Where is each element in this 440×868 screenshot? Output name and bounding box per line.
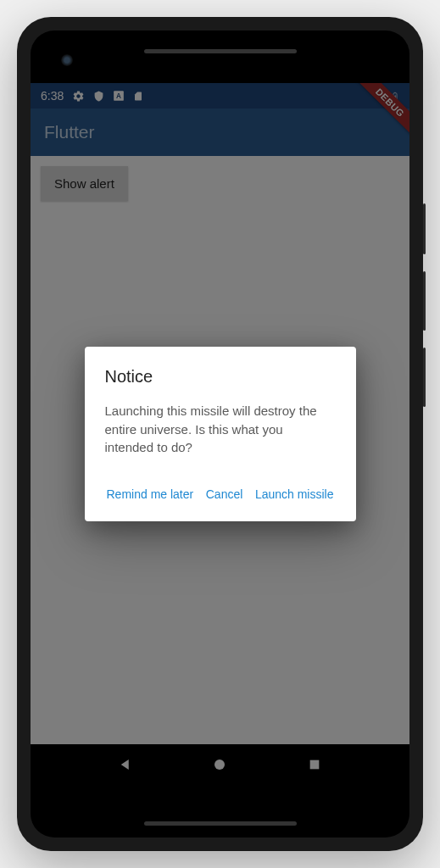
speaker-bottom: [144, 821, 297, 826]
screen: 6:38 A: [31, 83, 409, 785]
power-button: [423, 203, 426, 254]
dialog-title: Notice: [105, 367, 336, 387]
phone-frame: 6:38 A: [17, 17, 423, 851]
launch-missile-button[interactable]: Launch missile: [253, 481, 336, 508]
alert-dialog: Notice Launching this missile will destr…: [85, 347, 356, 521]
remind-later-button[interactable]: Remind me later: [105, 481, 196, 508]
cancel-button[interactable]: Cancel: [204, 481, 245, 508]
phone-body: 6:38 A: [31, 31, 409, 837]
volume-up-button: [423, 271, 426, 331]
dialog-body: Launching this missile will destroy the …: [105, 402, 334, 457]
dialog-actions: Remind me later Cancel Launch missile: [105, 481, 336, 515]
modal-overlay[interactable]: Notice Launching this missile will destr…: [31, 83, 409, 785]
front-camera: [61, 54, 73, 66]
volume-down-button: [423, 348, 426, 407]
speaker-top: [144, 49, 297, 53]
